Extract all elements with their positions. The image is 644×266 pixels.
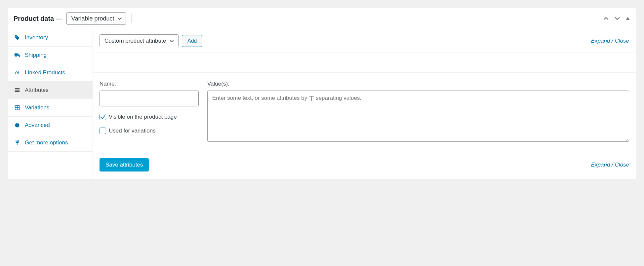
attribute-name-column: Name: Visible on the product page Used f… xyxy=(100,81,199,134)
expand-link[interactable]: Expand xyxy=(591,38,610,44)
sidebar-item-label: Attributes xyxy=(25,87,49,94)
truck-icon xyxy=(14,52,20,58)
list-icon xyxy=(14,87,20,93)
attribute-toolbar: Custom product attribute Add Expand / Cl… xyxy=(93,29,636,53)
sidebar-item-shipping[interactable]: Shipping xyxy=(8,47,93,64)
panel-title: Product data — xyxy=(14,15,62,22)
tag-icon xyxy=(14,35,20,41)
visible-checkbox-row: Visible on the product page xyxy=(100,114,199,120)
save-attributes-button[interactable]: Save attributes xyxy=(100,158,149,171)
link-icon xyxy=(14,70,20,76)
attribute-row: Name: Visible on the product page Used f… xyxy=(93,73,636,152)
used-for-variations-row: Used for variations xyxy=(100,128,199,134)
sidebar-item-label: Inventory xyxy=(25,34,48,41)
visible-checkbox-label: Visible on the product page xyxy=(109,114,177,120)
panel-body: Inventory Shipping Linked Products Attri… xyxy=(8,29,636,179)
panel-title-dash: — xyxy=(56,15,62,22)
name-label: Name: xyxy=(100,81,199,87)
sidebar-item-label: Get more options xyxy=(25,139,68,146)
attribute-values-textarea[interactable] xyxy=(207,91,629,142)
used-for-variations-label: Used for variations xyxy=(109,128,156,134)
header-divider xyxy=(131,14,132,23)
close-link[interactable]: Close xyxy=(615,38,629,44)
sidebar: Inventory Shipping Linked Products Attri… xyxy=(8,29,93,179)
sidebar-item-label: Shipping xyxy=(25,52,47,58)
sidebar-item-attributes[interactable]: Attributes xyxy=(8,82,93,99)
expand-link[interactable]: Expand xyxy=(591,162,610,168)
expand-close-bottom: Expand / Close xyxy=(591,162,629,168)
sidebar-item-advanced[interactable]: Advanced xyxy=(8,117,93,134)
attribute-name-input[interactable] xyxy=(100,91,199,106)
gear-icon xyxy=(14,122,20,128)
attribute-header-spacer xyxy=(93,53,636,73)
visible-checkbox[interactable] xyxy=(100,114,106,120)
attribute-footer: Save attributes Expand / Close xyxy=(93,152,636,179)
product-type-select[interactable]: Variable product xyxy=(66,12,126,25)
sidebar-item-linked-products[interactable]: Linked Products xyxy=(8,64,93,82)
sidebar-item-get-more-options[interactable]: Get more options xyxy=(8,134,93,152)
attribute-values-column: Value(s): xyxy=(207,81,629,143)
used-for-variations-checkbox[interactable] xyxy=(100,128,106,134)
sidebar-item-label: Linked Products xyxy=(25,69,65,76)
toggle-panel-icon[interactable] xyxy=(625,16,630,21)
grid-icon xyxy=(14,105,20,111)
panel-title-text: Product data xyxy=(14,15,54,22)
svg-marker-0 xyxy=(626,17,630,20)
header-actions xyxy=(603,15,630,22)
expand-close-separator: / xyxy=(610,162,615,168)
content-area: Custom product attribute Add Expand / Cl… xyxy=(93,29,636,179)
move-down-icon[interactable] xyxy=(614,15,621,22)
sidebar-item-inventory[interactable]: Inventory xyxy=(8,29,93,47)
sidebar-item-label: Advanced xyxy=(25,122,50,129)
product-data-panel: Product data — Variable product xyxy=(8,8,636,179)
attribute-type-select[interactable]: Custom product attribute xyxy=(100,34,179,47)
expand-close-separator: / xyxy=(610,38,615,44)
close-link[interactable]: Close xyxy=(615,162,629,168)
expand-close-top: Expand / Close xyxy=(591,38,629,44)
move-up-icon[interactable] xyxy=(603,15,609,22)
panel-header: Product data — Variable product xyxy=(8,8,636,29)
plug-icon xyxy=(14,140,20,146)
sidebar-item-label: Variations xyxy=(25,104,49,111)
add-attribute-button[interactable]: Add xyxy=(182,35,202,47)
sidebar-item-variations[interactable]: Variations xyxy=(8,99,93,117)
values-label: Value(s): xyxy=(207,81,629,87)
